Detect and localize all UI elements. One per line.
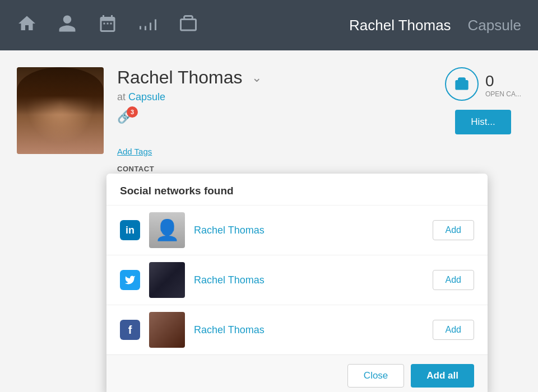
top-navigation: Rachel Thomas Capsule: [0, 0, 538, 50]
popup-arrow: [145, 174, 160, 175]
add-tags-section: Add Tags: [117, 136, 262, 157]
linkedin-icon: in: [120, 220, 140, 240]
twitter-name: Rachel Thomas: [194, 274, 424, 286]
twitter-avatar: [149, 262, 185, 298]
company-link[interactable]: Capsule: [128, 91, 165, 102]
popup-footer: Close Add all: [106, 354, 488, 392]
person-silhouette-icon: 👤: [155, 218, 180, 242]
main-content: Rachel Thomas ⌄ at Capsule 🔗 3 Add Tags …: [0, 50, 538, 228]
add-all-button[interactable]: Add all: [411, 364, 474, 388]
history-button[interactable]: Hist...: [455, 110, 511, 134]
facebook-avatar: [149, 312, 185, 348]
social-networks-popup: Social networks found in 👤 Rachel Thomas…: [106, 174, 488, 392]
popup-title: Social networks found: [106, 174, 488, 205]
cases-label: OPEN CA...: [485, 90, 521, 98]
chevron-down-icon[interactable]: ⌄: [252, 71, 262, 85]
cases-info: 0 OPEN CA...: [485, 70, 521, 98]
facebook-name: Rachel Thomas: [194, 324, 424, 336]
twitter-icon: [120, 270, 140, 290]
close-button[interactable]: Close: [347, 364, 404, 388]
linkedin-avatar: 👤: [149, 212, 185, 248]
cases-icon: [445, 67, 479, 101]
nav-icons: [17, 13, 349, 38]
nav-user-name[interactable]: Rachel Thomas: [349, 17, 451, 34]
social-badge: 3: [127, 106, 138, 118]
profile-avatar: [17, 67, 104, 154]
linkedin-name: Rachel Thomas: [194, 225, 424, 236]
profile-company: at Capsule: [117, 91, 262, 103]
add-tags-link[interactable]: Add Tags: [117, 147, 152, 156]
linkedin-add-button[interactable]: Add: [433, 220, 474, 240]
social-item-linkedin: in 👤 Rachel Thomas Add: [106, 205, 488, 255]
avatar-hair: [17, 67, 104, 115]
facebook-icon: f: [120, 320, 140, 340]
person-icon[interactable]: [57, 13, 77, 38]
chart-icon[interactable]: [138, 13, 158, 38]
social-item-twitter: Rachel Thomas Add: [106, 255, 488, 305]
social-item-facebook: f Rachel Thomas Add: [106, 305, 488, 354]
calendar-icon[interactable]: [98, 13, 118, 38]
twitter-add-button[interactable]: Add: [433, 270, 474, 290]
social-links-button[interactable]: 🔗 3: [117, 110, 132, 124]
profile-name: Rachel Thomas: [117, 67, 243, 88]
briefcase-icon[interactable]: [178, 13, 198, 38]
facebook-add-button[interactable]: Add: [433, 320, 474, 340]
cases-section: 0 OPEN CA... Hist...: [445, 67, 521, 134]
nav-app-name: Capsule: [468, 17, 521, 34]
home-icon[interactable]: [17, 13, 37, 38]
profile-name-row: Rachel Thomas ⌄: [117, 67, 262, 88]
contact-label: CONTACT: [117, 165, 262, 173]
cases-count: 0: [485, 72, 521, 90]
